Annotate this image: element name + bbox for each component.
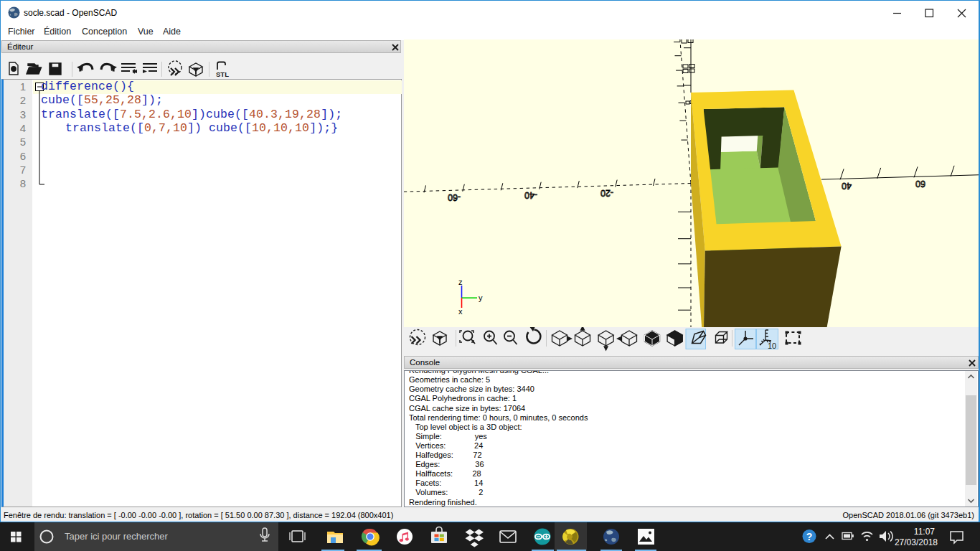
svg-text:STL: STL (216, 70, 229, 78)
svg-text:60: 60 (915, 179, 925, 189)
svg-text:-40: -40 (524, 190, 537, 200)
svg-text:z: z (458, 278, 463, 286)
svg-text:y: y (479, 293, 483, 302)
svg-text:10: 10 (768, 342, 776, 350)
svg-text:?: ? (806, 531, 813, 542)
svg-text:11:07: 11:07 (914, 527, 935, 537)
svg-text:-20: -20 (600, 188, 613, 198)
svg-text:x: x (458, 307, 463, 316)
svg-text:40: 40 (842, 181, 852, 191)
svg-text:27/03/2018: 27/03/2018 (895, 537, 938, 547)
svg-text:-60: -60 (448, 192, 461, 202)
